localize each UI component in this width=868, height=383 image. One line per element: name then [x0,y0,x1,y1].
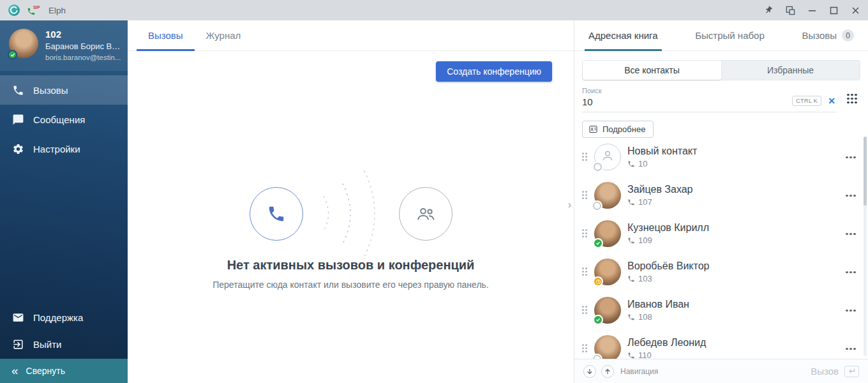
drag-handle-icon[interactable] [582,153,588,161]
contact-row[interactable]: Воробьёв Виктор 103 [574,253,868,291]
status-badge [594,163,602,171]
empty-state-illustration [250,160,453,268]
tab-journal[interactable]: Журнал [195,20,253,50]
drag-handle-icon[interactable] [582,229,588,238]
segment-all-contacts[interactable]: Все контакты [583,61,721,80]
drag-handle-icon[interactable] [582,191,588,200]
right-panel-tabs: Адресная книга Быстрый набор Вызовы 0 [574,20,868,51]
empty-state-subtitle: Перетащите сюда контакт или вызовите его… [128,280,574,290]
pin-button[interactable] [763,5,774,15]
scrollbar-thumb[interactable] [864,137,867,206]
drag-handle-icon[interactable] [582,306,588,315]
status-badge [593,315,603,325]
tab-address-book[interactable]: Адресная книга [585,20,662,50]
mail-icon [11,311,24,324]
drag-handle-icon[interactable] [582,267,588,276]
search-label: Поиск [582,87,837,94]
tab-label: Журнал [206,30,241,41]
contact-avatar [594,335,621,359]
clear-search-icon[interactable]: ✕ [828,96,835,105]
sidebar-item-logout[interactable]: Выйти [0,331,128,357]
contact-number: 110 [638,350,652,359]
user-status-badge [8,50,17,59]
contact-row[interactable]: Новый контакт 10 [574,138,868,176]
always-on-top-button[interactable] [785,5,795,15]
contact-menu-button[interactable] [846,192,857,199]
phone-icon [11,84,24,96]
contact-menu-button[interactable] [846,269,857,276]
contact-row[interactable]: Лебедев Леонид 110 [574,329,868,359]
app-logo-icon [8,4,20,17]
contact-avatar [594,220,621,247]
sidebar-bottom-menu: Поддержка Выйти [0,304,128,357]
sidebar-item-label: Настройки [33,144,80,154]
sidebar-item-label: Выйти [33,339,61,350]
collapse-label: Свернуть [26,366,65,376]
svg-text:SIP: SIP [33,5,40,10]
sidebar-item-label: Поддержка [33,312,83,323]
status-badge [593,202,601,210]
contact-menu-button[interactable] [846,307,857,314]
drag-handle-icon[interactable] [582,344,588,353]
phone-small-icon [627,199,635,206]
contact-name: Зайцев Захар [627,184,693,195]
contact-name: Иванов Иван [627,299,689,310]
close-button[interactable] [850,5,860,15]
ripple-waves-icon [313,160,384,268]
create-conference-button[interactable]: Создать конференцию [436,61,552,82]
contact-number: 108 [638,312,652,322]
user-email: boris.baranov@testin... [45,54,123,61]
sidebar-item-calls[interactable]: Вызовы [0,75,128,105]
sidebar-item-label: Сообщения [33,114,85,125]
call-button[interactable]: Вызов [811,366,859,377]
sidebar-item-settings[interactable]: Настройки [0,134,128,163]
call-button-label: Вызов [811,366,839,377]
tab-label: Вызовы [802,30,837,41]
contact-menu-button[interactable] [846,230,857,237]
sidebar-item-messages[interactable]: Сообщения [0,105,128,134]
contact-name: Кузнецов Кирилл [627,222,709,234]
phone-small-icon [627,313,635,321]
tab-label: Быстрый набор [695,30,765,41]
contact-row[interactable]: Зайцев Захар 107 [574,176,868,214]
contact-menu-button[interactable] [846,154,857,161]
status-badge [593,238,603,248]
phone-small-icon [627,160,635,168]
user-profile-card[interactable]: 102 Баранов Борис Вик... boris.baranov@t… [0,20,128,71]
window-title: Elph [49,6,66,15]
maximize-button[interactable] [828,5,839,15]
contacts-filter-segmented: Все контакты Избранные [582,60,860,80]
tab-calls[interactable]: Вызовы [137,20,195,50]
conference-circle-icon [399,187,453,241]
user-extension: 102 [45,29,123,40]
minimize-button[interactable] [807,5,817,15]
tab-speed-dial[interactable]: Быстрый набор [691,20,768,50]
contact-avatar [594,144,621,170]
sidebar-item-support[interactable]: Поддержка [0,304,128,331]
tab-label: Адресная книга [588,30,658,41]
panel-toggle-chevron[interactable]: › [565,195,574,214]
details-button[interactable]: Подробнее [582,121,654,138]
dialpad-icon[interactable] [847,94,858,105]
tab-calls-right[interactable]: Вызовы 0 [798,20,858,50]
contact-menu-button[interactable] [846,345,857,352]
scrollbar[interactable] [864,137,867,356]
nav-down-button[interactable] [583,365,596,378]
contact-name: Воробьёв Виктор [627,260,709,272]
gear-icon [11,142,24,155]
phone-small-icon [627,237,635,244]
contact-row[interactable]: Иванов Иван 108 [574,291,868,329]
collapse-sidebar-button[interactable]: « Свернуть [0,359,128,383]
contact-row[interactable]: Кузнецов Кирилл 109 [574,214,868,253]
window-controls [763,5,860,15]
segment-favorites[interactable]: Избранные [721,61,860,80]
main-tabs: Вызовы Журнал [128,20,574,51]
sidebar-item-label: Вызовы [33,85,68,96]
phone-small-icon [627,352,635,359]
search-input[interactable]: Поиск 10 CTRL K ✕ [582,86,837,112]
sidebar: 102 Баранов Борис Вик... boris.baranov@t… [0,20,128,383]
contact-list: Новый контакт 10 Зайцев Захар 107 [574,138,868,359]
shortcut-hint: CTRL K [792,96,821,106]
nav-up-button[interactable] [601,365,614,378]
user-name: Баранов Борис Вик... [45,41,123,51]
